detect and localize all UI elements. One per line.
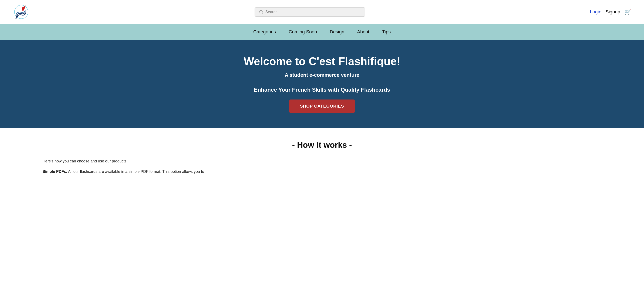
- nav-item-categories[interactable]: Categories: [253, 29, 276, 35]
- how-it-works-section: - How it works - Here's how you can choo…: [0, 128, 644, 183]
- login-link[interactable]: Login: [590, 9, 602, 15]
- header: Login Signup 🛒: [0, 0, 644, 24]
- nav-item-about[interactable]: About: [357, 29, 370, 35]
- hero-subtitle: A student e-commerce venture: [284, 72, 359, 78]
- nav-item-design[interactable]: Design: [330, 29, 344, 35]
- search-bar[interactable]: [254, 8, 365, 16]
- search-input[interactable]: [266, 10, 361, 14]
- navbar: Categories Coming Soon Design About Tips: [0, 24, 644, 40]
- hero-section: Welcome to C'est Flashifique! A student …: [0, 40, 644, 128]
- signup-link[interactable]: Signup: [606, 9, 620, 15]
- nav-item-coming-soon[interactable]: Coming Soon: [288, 29, 317, 35]
- logo-icon: [13, 4, 30, 20]
- search-icon: [259, 10, 263, 14]
- hero-title: Welcome to C'est Flashifique!: [244, 55, 400, 68]
- simple-pdfs-label: Simple PDFs:: [42, 170, 67, 174]
- how-it-works-title: - How it works -: [42, 140, 602, 150]
- cart-icon[interactable]: 🛒: [624, 9, 631, 15]
- how-simple-pdfs: Simple PDFs: All our flashcards are avai…: [42, 168, 602, 175]
- logo[interactable]: [13, 4, 30, 20]
- svg-line-4: [262, 13, 263, 14]
- hero-tagline: Enhance Your French Skills with Quality …: [254, 86, 390, 93]
- header-actions: Login Signup 🛒: [590, 9, 631, 15]
- shop-categories-button[interactable]: SHOP CATEGORIES: [289, 100, 355, 113]
- how-description: Here's how you can choose and use our pr…: [42, 158, 602, 164]
- nav-item-tips[interactable]: Tips: [382, 29, 391, 35]
- simple-pdfs-text: All our flashcards are available in a si…: [67, 170, 204, 174]
